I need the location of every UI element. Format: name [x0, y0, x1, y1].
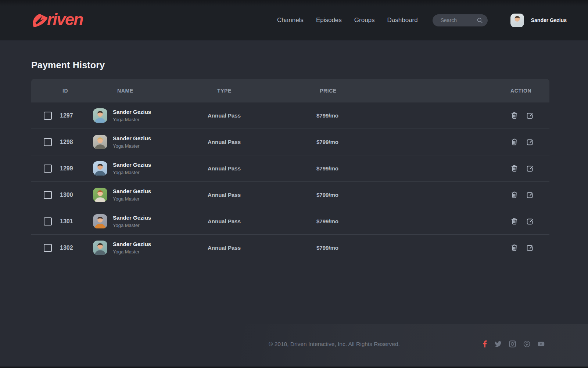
column-header-id: ID: [56, 88, 90, 94]
row-type: Annual Pass: [204, 139, 313, 145]
row-price: $799/mo: [313, 218, 506, 224]
edit-button-pencil-icon[interactable]: [526, 165, 534, 172]
row-avatar: [93, 108, 107, 123]
delete-button-trash-icon[interactable]: [510, 244, 518, 252]
table-row: 1297 Sander Gezius Yoga Master Annual Pa…: [31, 102, 549, 129]
row-name: Sander Gezius: [113, 188, 151, 194]
row-name: Sander Gezius: [113, 241, 151, 247]
footer: © 2018, Driven Interactive, Inc. All Rig…: [0, 311, 588, 367]
delete-button-trash-icon[interactable]: [510, 138, 518, 146]
row-id: 1299: [56, 165, 90, 172]
nav-item-groups[interactable]: Groups: [354, 17, 375, 24]
row-checkbox[interactable]: [44, 191, 52, 199]
brand-logo-icon: [31, 12, 48, 28]
row-id: 1301: [56, 218, 90, 225]
row-checkbox[interactable]: [44, 165, 52, 173]
nav-item-channels[interactable]: Channels: [277, 17, 304, 24]
table-row: 1299 Sander Gezius Yoga Master Annual Pa…: [31, 155, 549, 182]
column-header-name: NAME: [90, 88, 204, 94]
youtube-icon[interactable]: [538, 340, 545, 347]
row-role: Yoga Master: [113, 170, 151, 175]
navbar: riven Channels Episodes Groups Dashboard…: [0, 0, 588, 40]
delete-button-trash-icon[interactable]: [510, 165, 518, 172]
primary-nav: Channels Episodes Groups Dashboard: [277, 17, 418, 24]
window-bottom-edge: [0, 367, 588, 368]
row-avatar: [93, 135, 107, 149]
row-price: $799/mo: [313, 165, 506, 172]
row-price: $799/mo: [313, 192, 506, 198]
user-menu[interactable]: Sander Gezius: [510, 14, 567, 27]
instagram-icon[interactable]: [509, 340, 516, 347]
row-name: Sander Gezius: [113, 162, 151, 168]
edit-button-pencil-icon[interactable]: [526, 217, 534, 225]
row-role: Yoga Master: [113, 223, 151, 228]
edit-button-pencil-icon[interactable]: [526, 244, 534, 252]
row-id: 1300: [56, 192, 90, 198]
row-avatar: [93, 241, 107, 255]
row-avatar: [93, 214, 107, 228]
brand-wordmark: riven: [47, 11, 83, 28]
row-checkbox[interactable]: [44, 217, 52, 226]
row-name: Sander Gezius: [113, 109, 151, 115]
row-avatar: [93, 188, 107, 202]
delete-button-trash-icon[interactable]: [510, 217, 518, 225]
table-row: 1300 Sander Gezius Yoga Master Annual Pa…: [31, 182, 549, 208]
column-header-price: PRICE: [313, 88, 506, 94]
table-row: 1302 Sander Gezius Yoga Master Annual Pa…: [31, 235, 549, 261]
pinterest-icon[interactable]: [523, 340, 530, 347]
page-title: Payment History: [31, 60, 549, 71]
column-header-type: TYPE: [204, 88, 313, 94]
user-name: Sander Gezius: [531, 17, 567, 23]
brand-logo[interactable]: riven: [31, 12, 83, 29]
row-id: 1297: [56, 112, 90, 119]
row-type: Annual Pass: [204, 218, 313, 224]
row-name: Sander Gezius: [113, 214, 151, 221]
row-type: Annual Pass: [204, 112, 313, 119]
row-type: Annual Pass: [204, 165, 313, 172]
row-role: Yoga Master: [113, 196, 151, 202]
user-avatar[interactable]: [510, 14, 524, 27]
row-type: Annual Pass: [204, 245, 313, 251]
table-header: ID NAME TYPE PRICE ACTION: [31, 79, 549, 102]
nav-item-episodes[interactable]: Episodes: [316, 17, 342, 24]
column-header-action: ACTION: [506, 88, 549, 94]
search-icon[interactable]: [477, 17, 483, 24]
search-box[interactable]: [433, 14, 488, 26]
row-price: $799/mo: [313, 139, 506, 145]
twitter-icon[interactable]: [495, 340, 502, 347]
row-id: 1298: [56, 139, 90, 145]
row-price: $799/mo: [313, 112, 506, 119]
row-checkbox[interactable]: [44, 138, 52, 146]
edit-button-pencil-icon[interactable]: [526, 191, 534, 199]
copyright-text: © 2018, Driven Interactive, Inc. All Rig…: [269, 341, 400, 347]
row-avatar: [93, 161, 107, 176]
row-role: Yoga Master: [113, 117, 151, 122]
search-input[interactable]: [441, 17, 477, 23]
social-links: [483, 340, 545, 347]
table-body: 1297 Sander Gezius Yoga Master Annual Pa…: [31, 102, 549, 261]
nav-item-dashboard[interactable]: Dashboard: [387, 17, 418, 24]
row-checkbox[interactable]: [44, 244, 52, 252]
row-id: 1302: [56, 245, 90, 251]
delete-button-trash-icon[interactable]: [510, 112, 518, 119]
table-row: 1301 Sander Gezius Yoga Master Annual Pa…: [31, 208, 549, 235]
row-type: Annual Pass: [204, 192, 313, 198]
payment-history-table: ID NAME TYPE PRICE ACTION 1297 Sander Ge…: [31, 79, 549, 261]
row-role: Yoga Master: [113, 249, 151, 255]
edit-button-pencil-icon[interactable]: [526, 138, 534, 146]
row-price: $799/mo: [313, 245, 506, 251]
delete-button-trash-icon[interactable]: [510, 191, 518, 199]
row-checkbox[interactable]: [44, 112, 52, 120]
row-role: Yoga Master: [113, 143, 151, 149]
table-row: 1298 Sander Gezius Yoga Master Annual Pa…: [31, 129, 549, 155]
main-content: Payment History ID NAME TYPE PRICE ACTIO…: [31, 60, 549, 261]
row-name: Sander Gezius: [113, 135, 151, 141]
edit-button-pencil-icon[interactable]: [526, 112, 534, 119]
facebook-icon[interactable]: [483, 340, 487, 347]
